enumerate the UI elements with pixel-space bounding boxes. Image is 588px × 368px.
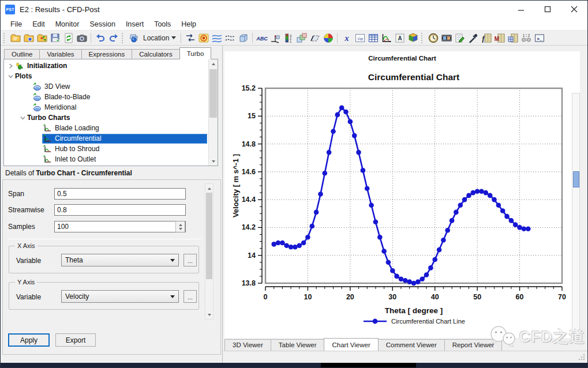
menu-session[interactable]: Session bbox=[84, 19, 120, 29]
clip-plane-icon[interactable] bbox=[308, 31, 321, 45]
figure-icon[interactable] bbox=[406, 31, 420, 45]
refresh-icon[interactable] bbox=[62, 31, 75, 45]
save-state-icon[interactable] bbox=[35, 31, 48, 45]
tree-item-blade-loading[interactable]: Blade Loading bbox=[4, 123, 207, 133]
variable-icon[interactable]: √α bbox=[353, 31, 366, 45]
svg-text:10: 10 bbox=[304, 293, 312, 301]
chevron-down-icon[interactable] bbox=[6, 74, 14, 79]
minimize-button[interactable] bbox=[508, 1, 534, 18]
menu-monitor[interactable]: Monitor bbox=[50, 19, 85, 29]
quick-editor-icon[interactable] bbox=[453, 31, 466, 45]
instance-transform-icon[interactable] bbox=[295, 31, 308, 45]
samples-spinner[interactable] bbox=[175, 221, 185, 232]
scroll-up-icon[interactable] bbox=[209, 59, 218, 68]
turbo-plot-icon bbox=[32, 103, 42, 112]
scroll-down-icon[interactable] bbox=[209, 157, 218, 166]
apply-button[interactable]: Apply bbox=[8, 333, 50, 347]
case-comparison-icon[interactable]: 12 bbox=[519, 31, 533, 45]
particle-track-icon[interactable] bbox=[223, 31, 237, 45]
tab-variables[interactable]: Variables bbox=[39, 49, 81, 59]
save-project-icon[interactable] bbox=[48, 31, 62, 45]
tab-table-viewer[interactable]: Table Viewer bbox=[271, 339, 325, 351]
turbo-chart-icon bbox=[43, 123, 52, 133]
comment-icon[interactable]: A bbox=[393, 31, 406, 45]
tab-3d-viewer[interactable]: 3D Viewer bbox=[224, 339, 271, 351]
volume-rendering-icon[interactable] bbox=[237, 31, 250, 45]
y-variable-label: Variable bbox=[16, 293, 41, 301]
tree-item-blade-to-blade[interactable]: Blade-to-Blade bbox=[4, 92, 207, 102]
scroll-down-icon[interactable] bbox=[205, 310, 213, 319]
vector-icon[interactable] bbox=[183, 31, 197, 45]
details-scrollbar[interactable] bbox=[205, 183, 214, 320]
tree-item-inlet-to-outlet[interactable]: Inlet to Outlet bbox=[4, 154, 207, 164]
contour-icon[interactable] bbox=[197, 31, 210, 45]
tree-item-3d-view[interactable]: 3D View bbox=[4, 81, 207, 92]
details-header: Details of Turbo Chart - Circumferential bbox=[5, 169, 132, 177]
window-title: E2 : Results - CFD-Post bbox=[20, 5, 100, 14]
tab-report-viewer[interactable]: Report Viewer bbox=[444, 339, 503, 351]
maximize-icon bbox=[544, 6, 551, 13]
x-variable-more-button[interactable]: ... bbox=[183, 254, 197, 266]
snapshot-icon[interactable] bbox=[75, 31, 88, 45]
menu-edit[interactable]: Edit bbox=[27, 19, 50, 29]
load-state-icon[interactable] bbox=[22, 31, 35, 45]
tree-item-circumferential[interactable]: Circumferential bbox=[4, 133, 207, 144]
tree-item-hub-to-shroud[interactable]: Hub to Shroud bbox=[4, 144, 207, 154]
text-icon[interactable]: ABC bbox=[255, 31, 268, 45]
table-icon[interactable] bbox=[366, 31, 380, 45]
load-results-icon[interactable] bbox=[9, 31, 22, 45]
function-calculator-icon[interactable]: f bbox=[480, 31, 493, 45]
chevron-right-icon[interactable] bbox=[6, 63, 14, 69]
tab-chart-viewer[interactable]: Chart Viewer bbox=[324, 338, 378, 351]
maximize-button[interactable] bbox=[534, 1, 561, 18]
tab-comment-viewer[interactable]: Comment Viewer bbox=[378, 339, 445, 351]
coord-frame-icon[interactable] bbox=[268, 31, 282, 45]
tree-item-meridional[interactable]: Meridional bbox=[4, 102, 207, 112]
y-axis-group: Y Axis Variable Velocity ... bbox=[9, 282, 199, 310]
macro-calculator-icon[interactable]: M bbox=[493, 31, 506, 45]
tab-outline[interactable]: Outline bbox=[4, 49, 40, 59]
tab-turbo[interactable]: Turbo bbox=[179, 47, 212, 59]
y-variable-select[interactable]: Velocity bbox=[61, 290, 179, 303]
menu-tools[interactable]: Tools bbox=[149, 19, 176, 29]
mesh-calculator-icon[interactable] bbox=[506, 31, 519, 45]
color-map-icon[interactable] bbox=[321, 31, 335, 45]
location-selector[interactable]: Location bbox=[127, 32, 178, 44]
resize-grip[interactable] bbox=[578, 354, 586, 361]
menu-help[interactable]: Help bbox=[176, 19, 201, 29]
tree-item-initialization[interactable]: Initialization bbox=[4, 61, 207, 71]
tab-calculators[interactable]: Calculators bbox=[132, 49, 180, 59]
streamwise-input[interactable] bbox=[54, 204, 186, 216]
redo-icon[interactable] bbox=[107, 31, 120, 45]
tree-item-plots[interactable]: Plots bbox=[4, 71, 207, 81]
combo-arrow-icon bbox=[170, 295, 175, 298]
viewer-scrollbar[interactable] bbox=[572, 93, 580, 335]
tree-item-turbo-charts[interactable]: Turbo Charts bbox=[4, 112, 207, 123]
y-variable-more-button[interactable]: ... bbox=[183, 290, 197, 303]
probe-icon[interactable] bbox=[466, 31, 480, 45]
streamline-icon[interactable] bbox=[210, 31, 223, 45]
x-variable-select[interactable]: Theta bbox=[61, 254, 179, 266]
expression-icon[interactable]: x bbox=[340, 31, 353, 45]
timestep-selector-icon[interactable] bbox=[426, 31, 440, 45]
export-button[interactable]: Export bbox=[55, 333, 96, 347]
close-button[interactable] bbox=[561, 1, 587, 18]
legend-icon[interactable]: 321 bbox=[282, 31, 295, 45]
svg-text:Theta [ degree ]: Theta [ degree ] bbox=[385, 306, 443, 315]
tree-scrollbar[interactable] bbox=[208, 59, 218, 166]
svg-text:>_: >_ bbox=[537, 36, 542, 41]
chart-icon[interactable] bbox=[380, 31, 393, 45]
chevron-down-icon[interactable] bbox=[18, 115, 27, 121]
samples-input[interactable] bbox=[54, 221, 186, 232]
menu-file[interactable]: File bbox=[5, 19, 27, 29]
command-editor-icon[interactable]: >_ bbox=[533, 31, 546, 45]
svg-text:30: 30 bbox=[388, 293, 396, 301]
scroll-up-icon[interactable] bbox=[205, 184, 213, 193]
span-input[interactable] bbox=[54, 188, 186, 200]
menu-insert[interactable]: Insert bbox=[121, 19, 149, 29]
turbo-chart-icon bbox=[43, 144, 52, 153]
undo-icon[interactable] bbox=[93, 31, 107, 45]
tree-item-label: Turbo Charts bbox=[27, 114, 70, 122]
tab-expressions[interactable]: Expressions bbox=[81, 49, 133, 59]
animation-icon[interactable] bbox=[440, 31, 453, 45]
